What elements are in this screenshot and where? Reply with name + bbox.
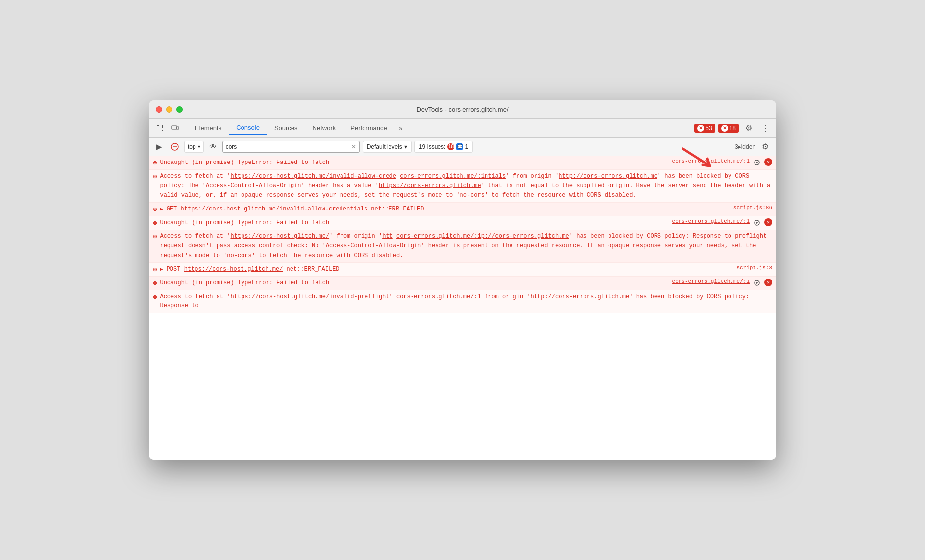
warning-badge-icon: ✕ — [721, 125, 728, 132]
error-message: ▶ GET https://cors-host.glitch.me/invali… — [160, 205, 730, 214]
row-source-link[interactable]: cors-errors.glitch.me/:1 — [672, 218, 750, 224]
error-icon: ⊗ — [153, 279, 157, 287]
console-settings-button[interactable]: ⚙ — [758, 140, 772, 154]
error-icon: ⊗ — [153, 172, 157, 181]
error-icon: ⊗ — [153, 205, 157, 213]
anchor-link-button[interactable] — [753, 279, 761, 287]
hidden-count-label: 3▸idden — [735, 143, 755, 150]
console-row: ⊗ Access to fetch at 'https://cors-host.… — [149, 230, 776, 263]
console-row: ⊗ Uncaught (in promise) TypeError: Faile… — [149, 277, 776, 290]
toolbar-right: 3▸idden ⚙ — [735, 140, 772, 154]
more-options-button[interactable]: ⋮ — [758, 121, 772, 135]
console-row: ⊗ Uncaught (in promise) TypeError: Faile… — [149, 156, 776, 170]
row-source-link[interactable]: cors-errors.glitch.me/:1 — [672, 279, 750, 284]
error-source-link[interactable]: cors-errors.glitch.me/:1p://cors-errors.… — [396, 233, 569, 240]
row-right: cors-errors.glitch.me/:1 ✕ — [672, 218, 772, 227]
filter-input-container: ✕ — [222, 141, 360, 153]
error-value-link[interactable]: https://cors-errors.glitch.me — [379, 182, 481, 189]
row-source-link[interactable]: cors-errors.glitch.me/:1 — [672, 158, 750, 164]
tab-bar-icons — [153, 121, 182, 135]
post-url-link[interactable]: https://cors-host.glitch.me/ — [184, 266, 283, 273]
console-toolbar: ▶ top ▾ 👁 ✕ Default levels ▾ — [149, 138, 776, 156]
window-title: DevTools - cors-errors.glitch.me/ — [416, 106, 508, 113]
error-icon: ⊗ — [153, 265, 157, 274]
expand-icon[interactable]: ▶ — [160, 207, 163, 212]
live-expressions-button[interactable]: 👁 — [207, 140, 219, 153]
dismiss-error-button[interactable]: ✕ — [764, 279, 772, 286]
error-message: Uncaught (in promise) TypeError: Failed … — [160, 279, 669, 288]
console-row: ⊗ Access to fetch at 'https://cors-host.… — [149, 170, 776, 203]
row-right: cors-errors.glitch.me/:1 ✕ — [672, 279, 772, 287]
tab-bar-right: ✕ 53 ✕ 18 ⚙ ⋮ — [694, 121, 772, 135]
device-toolbar-button[interactable] — [169, 121, 182, 135]
console-row: ⊗ Access to fetch at 'https://cors-host.… — [149, 290, 776, 313]
error-source-link[interactable]: cors-errors.glitch.me/:1ntials — [400, 173, 506, 180]
close-button[interactable] — [156, 106, 162, 113]
more-tabs-button[interactable]: » — [395, 122, 407, 134]
tab-performance[interactable]: Performance — [343, 121, 393, 135]
clear-console-button[interactable] — [169, 140, 181, 153]
error-source-link[interactable]: cors-errors.glitch.me/:1 — [396, 293, 481, 300]
get-url-link[interactable]: https://cors-host.glitch.me/invalid-allo… — [180, 206, 367, 212]
maximize-button[interactable] — [176, 106, 183, 113]
error-origin-link[interactable]: htt — [382, 233, 393, 240]
row-right: cors-errors.glitch.me/:1 ✕ — [672, 158, 772, 167]
console-output: ⊗ Uncaught (in promise) TypeError: Faile… — [149, 156, 776, 460]
inspect-element-button[interactable] — [153, 121, 167, 135]
issues-error-icon: 18 — [447, 143, 454, 150]
issues-button[interactable]: 19 Issues: 18 💬 1 — [414, 141, 473, 153]
clear-filter-button[interactable]: ✕ — [351, 143, 356, 150]
error-message: ▶ POST https://cors-host.glitch.me/ net:… — [160, 265, 733, 274]
error-icon: ⊗ — [153, 293, 157, 301]
row-source-link[interactable]: script.js:3 — [736, 265, 772, 271]
execute-icon: ▶ — [156, 142, 162, 151]
execute-button[interactable]: ▶ — [153, 140, 166, 153]
dismiss-error-button[interactable]: ✕ — [764, 158, 772, 166]
expand-icon[interactable]: ▶ — [160, 267, 163, 272]
error-icon: ⊗ — [153, 159, 157, 167]
traffic-lights — [156, 106, 183, 113]
error-badge-icon: ✕ — [697, 125, 704, 132]
error-message: Access to fetch at 'https://cors-host.gl… — [160, 172, 772, 200]
context-selector[interactable]: top ▾ — [184, 141, 204, 153]
error-icon: ⊗ — [153, 233, 157, 241]
filter-input[interactable] — [226, 143, 349, 150]
eye-icon: 👁 — [209, 142, 217, 151]
error-url-link[interactable]: https://cors-host.glitch.me/invalid-pref… — [230, 293, 389, 300]
issues-info-icon: 💬 — [456, 143, 463, 150]
tab-console[interactable]: Console — [229, 121, 267, 135]
svg-rect-0 — [172, 126, 177, 129]
warning-badge[interactable]: ✕ 18 — [718, 124, 739, 133]
svg-rect-1 — [177, 127, 179, 129]
title-bar: DevTools - cors-errors.glitch.me/ — [149, 100, 776, 119]
anchor-link-button[interactable] — [753, 218, 761, 227]
error-url-link[interactable]: https://cors-host.glitch.me/ — [230, 233, 329, 240]
tab-bar: Elements Console Sources Network Perform… — [149, 119, 776, 138]
dismiss-error-button[interactable]: ✕ — [764, 218, 772, 226]
minimize-button[interactable] — [166, 106, 172, 113]
error-message: Uncaught (in promise) TypeError: Failed … — [160, 218, 669, 228]
console-row: ⊗ ▶ GET https://cors-host.glitch.me/inva… — [149, 203, 776, 216]
tab-network[interactable]: Network — [306, 121, 343, 135]
tab-elements[interactable]: Elements — [188, 121, 228, 135]
console-row: ⊗ ▶ POST https://cors-host.glitch.me/ ne… — [149, 263, 776, 277]
error-message: Access to fetch at 'https://cors-host.gl… — [160, 232, 772, 260]
levels-arrow-icon: ▾ — [404, 143, 407, 150]
error-url-link[interactable]: https://cors-host.glitch.me/invalid-allo… — [230, 173, 396, 180]
console-row: ⊗ Uncaught (in promise) TypeError: Faile… — [149, 216, 776, 230]
error-icon: ⊗ — [153, 219, 157, 227]
dropdown-arrow-icon: ▾ — [198, 144, 200, 149]
devtools-window: DevTools - cors-errors.glitch.me/ — [149, 100, 776, 460]
devtools-container: Elements Console Sources Network Perform… — [149, 119, 776, 460]
error-origin-link[interactable]: http://cors-errors.glitch.me — [559, 173, 657, 180]
anchor-link-button[interactable] — [753, 158, 761, 167]
error-origin-link[interactable]: http://cors-errors.glitch.me — [531, 293, 630, 300]
settings-button[interactable]: ⚙ — [742, 121, 755, 135]
error-message: Uncaught (in promise) TypeError: Failed … — [160, 158, 669, 167]
error-badge[interactable]: ✕ 53 — [694, 124, 715, 133]
tab-sources[interactable]: Sources — [268, 121, 305, 135]
row-source-link[interactable]: script.js:86 — [733, 205, 772, 210]
log-levels-button[interactable]: Default levels ▾ — [363, 141, 412, 153]
error-message: Access to fetch at 'https://cors-host.gl… — [160, 292, 772, 311]
